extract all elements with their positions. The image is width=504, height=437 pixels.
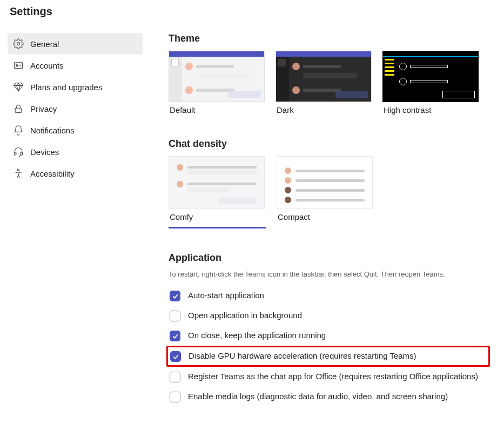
sidebar-item-privacy[interactable]: Privacy — [8, 98, 143, 119]
setting-disable-gpu: Disable GPU hardware acceleration (requi… — [166, 346, 490, 367]
chat-density-label: Comfy — [169, 212, 266, 221]
svg-rect-7 — [21, 152, 22, 155]
checkbox-on-close[interactable] — [170, 331, 180, 341]
theme-label: Dark — [275, 105, 372, 115]
checkbox-open-background[interactable] — [170, 311, 180, 321]
svg-rect-1 — [15, 62, 23, 69]
setting-on-close-keep-running: On close, keep the application running — [169, 326, 488, 346]
sidebar-item-label: Notifications — [30, 126, 75, 135]
theme-option-default[interactable] — [169, 51, 265, 102]
application-section-title: Application — [169, 252, 488, 264]
theme-label: High contrast — [382, 105, 479, 115]
chat-density-option-compact[interactable] — [277, 156, 373, 209]
chat-density-option-comfy[interactable] — [169, 156, 265, 209]
page-title: Settings — [10, 5, 504, 18]
checkbox-register-chat[interactable] — [170, 372, 180, 382]
sidebar-item-accessibility[interactable]: Accessibility — [8, 163, 143, 184]
theme-section-title: Theme — [169, 33, 488, 44]
sidebar-item-label: Privacy — [30, 104, 57, 113]
setting-label: Open application in background — [188, 310, 302, 321]
sidebar-item-plans[interactable]: Plans and upgrades — [8, 76, 143, 98]
sidebar-item-devices[interactable]: Devices — [8, 141, 143, 163]
svg-point-8 — [17, 169, 19, 171]
setting-enable-media-logs: Enable media logs (diagnostic data for a… — [169, 387, 488, 407]
sidebar-item-label: Accessibility — [30, 169, 75, 178]
checkbox-disable-gpu[interactable] — [170, 351, 181, 362]
setting-register-chat-app: Register Teams as the chat app for Offic… — [169, 367, 488, 387]
accessibility-icon — [13, 168, 24, 179]
id-card-icon — [13, 60, 24, 71]
headset-icon — [13, 146, 24, 157]
gear-icon — [13, 38, 24, 49]
sidebar-item-accounts[interactable]: Accounts — [8, 55, 143, 76]
application-helper-text: To restart, right-click the Teams icon i… — [169, 270, 488, 278]
sidebar-item-label: Plans and upgrades — [30, 83, 102, 92]
lock-icon — [13, 103, 24, 114]
svg-rect-5 — [15, 108, 22, 112]
theme-label: Default — [169, 105, 265, 115]
chat-density-section-title: Chat density — [169, 138, 488, 150]
settings-main: Theme Default — [143, 33, 504, 407]
svg-point-2 — [16, 64, 18, 66]
checkbox-auto-start[interactable] — [170, 291, 180, 301]
sidebar-item-label: Accounts — [30, 61, 64, 70]
selection-indicator — [169, 227, 266, 228]
sidebar-item-notifications[interactable]: Notifications — [8, 119, 143, 141]
setting-label: Register Teams as the chat app for Offic… — [188, 371, 478, 382]
settings-sidebar: General Accounts Plans and upgrades Priv… — [8, 33, 143, 407]
setting-auto-start: Auto-start application — [169, 286, 488, 306]
chat-density-label: Compact — [277, 212, 373, 221]
setting-label: Enable media logs (diagnostic data for a… — [188, 391, 448, 402]
theme-option-high-contrast[interactable] — [382, 51, 479, 102]
svg-point-0 — [17, 43, 20, 45]
setting-label: On close, keep the application running — [188, 330, 326, 341]
sidebar-item-label: General — [30, 39, 59, 49]
sidebar-item-label: Devices — [30, 147, 59, 157]
sidebar-item-general[interactable]: General — [8, 33, 143, 55]
checkbox-media-logs[interactable] — [170, 392, 180, 402]
bell-icon — [13, 125, 24, 136]
svg-rect-6 — [15, 152, 16, 155]
setting-label: Auto-start application — [188, 290, 264, 301]
setting-open-background: Open application in background — [169, 306, 488, 326]
theme-option-dark[interactable] — [275, 51, 372, 102]
diamond-icon — [13, 82, 24, 92]
setting-label: Disable GPU hardware acceleration (requi… — [189, 351, 416, 361]
